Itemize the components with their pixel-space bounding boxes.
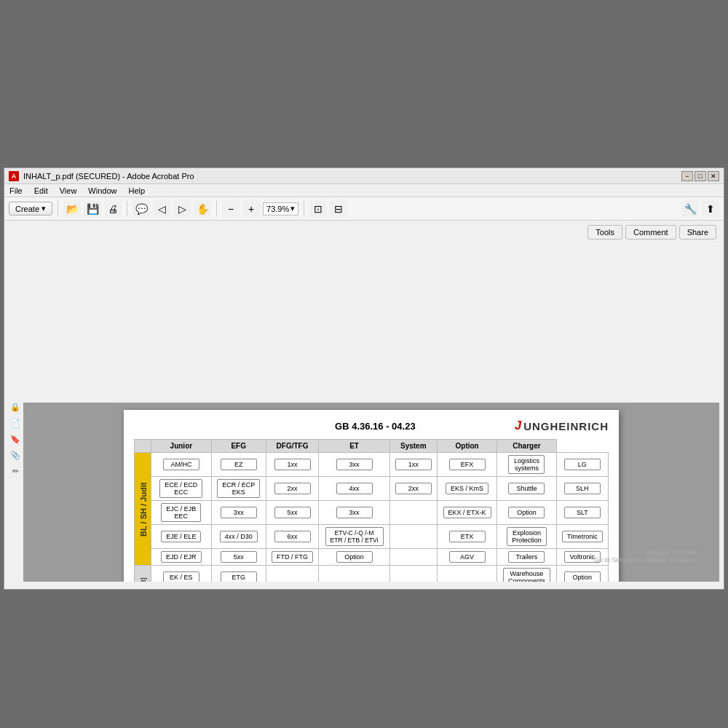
- menu-window[interactable]: Window: [86, 186, 119, 195]
- cell-system-empty1: [437, 566, 496, 582]
- tools-panel-icon[interactable]: 🔧: [681, 200, 699, 218]
- fit-page-icon[interactable]: ⊡: [309, 200, 327, 218]
- open-button[interactable]: 📂: [63, 200, 81, 218]
- cell-charger-lg[interactable]: LG: [556, 453, 608, 477]
- cell-dfg-5xx[interactable]: 5xx: [266, 501, 319, 525]
- zoom-out-icon[interactable]: −: [222, 200, 240, 218]
- cell-system-etx[interactable]: ETX: [437, 525, 496, 549]
- col-label-blank: [135, 440, 151, 453]
- table-row: EJE / ELE 4xx / D30 6xx ETV-C /-Q /-METR…: [135, 525, 609, 549]
- cell-efg-ez[interactable]: EZ: [211, 453, 266, 477]
- pdf-page: GB 4.36.16 - 04.23 JUNGHEINRICH Junior E…: [124, 410, 619, 582]
- pdf-title: GB 4.36.16 - 04.23: [236, 421, 515, 432]
- table-row: [SHB] EK / ES ETG WarehouseComponents Op…: [135, 566, 609, 582]
- menu-file[interactable]: File: [7, 186, 25, 195]
- cell-system-et-empty2: [389, 525, 437, 549]
- toolbar-separator-1: [58, 201, 58, 217]
- cell-junior-ejd[interactable]: EJD / EJR: [151, 549, 212, 566]
- cell-junior-ece[interactable]: ECE / ECDECC: [151, 477, 212, 501]
- tools-button[interactable]: Tools: [587, 225, 622, 240]
- cell-option-explosion[interactable]: ExplosionProtection: [497, 525, 556, 549]
- content-area: GB 4.36.16 - 04.23 JUNGHEINRICH Junior E…: [23, 403, 719, 582]
- table-row: BL / SH / Judit AM/HC EZ 1xx 3xx 1xx EFX…: [135, 453, 609, 477]
- share-button[interactable]: Share: [679, 225, 716, 240]
- cell-system-et-2xx[interactable]: 2xx: [389, 477, 437, 501]
- cell-efg-ecr[interactable]: ECR / ECPEKS: [211, 477, 266, 501]
- window-controls[interactable]: − □ ✕: [681, 171, 719, 181]
- zoom-in-icon[interactable]: +: [242, 200, 260, 218]
- sidebar-signature-icon[interactable]: ✏: [9, 465, 21, 477]
- cell-charger-slh[interactable]: SLH: [556, 477, 608, 501]
- save-button[interactable]: 💾: [84, 200, 101, 218]
- main-table: Junior EFG DFG/TFG ET System Option Char…: [134, 439, 609, 582]
- cell-option-trailers[interactable]: Trailers: [497, 549, 556, 566]
- cell-dfg-ftd[interactable]: FTD / FTG: [266, 549, 319, 566]
- cell-system-et-empty3: [389, 549, 437, 566]
- menu-bar: File Edit View Window Help: [4, 184, 724, 197]
- title-bar-left: A INHALT_p.pdf (SECURED) - Adobe Acrobat…: [9, 171, 194, 181]
- cell-system-agv[interactable]: AGV: [437, 549, 496, 566]
- cell-junior-ejc[interactable]: EJC / EJBEEC: [151, 501, 212, 525]
- cell-et-etv[interactable]: ETV-C /-Q /-METR / ETB / ETVi: [319, 525, 389, 549]
- cell-et-option[interactable]: Option: [319, 549, 389, 566]
- cell-dfg-6xx[interactable]: 6xx: [266, 525, 319, 549]
- cell-charger-option[interactable]: Option: [556, 566, 608, 582]
- col-dfg-header: DFG/TFG: [266, 440, 319, 453]
- sidebar-bookmark-icon[interactable]: 🔖: [9, 433, 21, 445]
- sidebar-page-icon[interactable]: 📄: [9, 417, 21, 429]
- zoom-display[interactable]: 73.9% ▾: [263, 202, 298, 215]
- toolbar-separator-2: [127, 201, 127, 217]
- cell-option-warehouse[interactable]: WarehouseComponents: [497, 566, 556, 582]
- cell-system-et-empty1: [389, 501, 437, 525]
- col-charger-header: Charger: [497, 440, 556, 453]
- cell-efg-etg[interactable]: ETG: [211, 566, 266, 582]
- cell-charger-slt[interactable]: SLT: [556, 501, 608, 525]
- cell-system-efx[interactable]: EFX: [437, 453, 496, 477]
- cell-system-et-empty4: [389, 566, 437, 582]
- prev-page-icon[interactable]: ◁: [153, 200, 170, 218]
- cell-et-4xx[interactable]: 4xx: [319, 477, 389, 501]
- col-system-header: System: [389, 440, 437, 453]
- cell-et-3xx[interactable]: 3xx: [319, 453, 389, 477]
- sidebar-attachment-icon[interactable]: 📎: [9, 449, 21, 461]
- cell-option-shuttle[interactable]: Shuttle: [497, 477, 556, 501]
- cell-option-option1[interactable]: Option: [497, 501, 556, 525]
- sidebar-lock-icon[interactable]: 🔒: [9, 401, 21, 413]
- print-button[interactable]: 🖨: [104, 200, 122, 218]
- acrobat-window: A INHALT_p.pdf (SECURED) - Adobe Acrobat…: [4, 167, 724, 590]
- cell-charger-timetronic[interactable]: Timetronic: [556, 525, 608, 549]
- close-button[interactable]: ✕: [708, 171, 719, 181]
- cell-option-logistics[interactable]: Logisticssystems: [497, 453, 556, 477]
- maximize-button[interactable]: □: [695, 171, 706, 181]
- cell-efg-3xx[interactable]: 3xx: [211, 501, 266, 525]
- cell-junior-eje[interactable]: EJE / ELE: [151, 525, 212, 549]
- cell-dfg-2xx[interactable]: 2xx: [266, 477, 319, 501]
- minimize-button[interactable]: −: [681, 171, 693, 181]
- cell-junior-ekes[interactable]: EK / ES: [151, 566, 212, 582]
- table-header-row: Junior EFG DFG/TFG ET System Option Char…: [135, 440, 609, 453]
- table-row: EJD / EJR 5xx FTD / FTG Option AGV Trail…: [135, 549, 609, 566]
- menu-help[interactable]: Help: [126, 186, 147, 195]
- cell-dfg-1xx[interactable]: 1xx: [266, 453, 319, 477]
- cell-et-3xx-b[interactable]: 3xx: [319, 501, 389, 525]
- hand-tool-icon[interactable]: ✋: [194, 200, 211, 218]
- create-button[interactable]: Create ▾: [9, 202, 52, 215]
- cell-et-empty1: [319, 566, 389, 582]
- comment-icon[interactable]: 💬: [132, 200, 150, 218]
- fit-width-icon[interactable]: ⊟: [330, 200, 347, 218]
- cell-system-et-1xx[interactable]: 1xx: [389, 453, 437, 477]
- toolbar: Create ▾ 📂 💾 🖨 💬 ◁ ▷ ✋ − + 73.9% ▾ ⊡ ⊟ 🔧…: [4, 197, 724, 221]
- cell-efg-4xx[interactable]: 4xx / D30: [211, 525, 266, 549]
- share-icon[interactable]: ⬆: [702, 200, 719, 218]
- cell-system-ekx[interactable]: EKX / ETX-K: [437, 501, 496, 525]
- cell-system-eks[interactable]: EKS / KmS: [437, 477, 496, 501]
- comment-button[interactable]: Comment: [625, 225, 676, 240]
- menu-edit[interactable]: Edit: [32, 186, 50, 195]
- cell-junior-amhc[interactable]: AM/HC: [151, 453, 212, 477]
- cell-charger-voltronic[interactable]: Voltronic: [556, 549, 608, 566]
- window-title: INHALT_p.pdf (SECURED) - Adobe Acrobat P…: [23, 172, 194, 181]
- cell-efg-5xx[interactable]: 5xx: [211, 549, 266, 566]
- menu-view[interactable]: View: [58, 186, 79, 195]
- toolbar-separator-4: [304, 201, 304, 217]
- next-page-icon[interactable]: ▷: [173, 200, 191, 218]
